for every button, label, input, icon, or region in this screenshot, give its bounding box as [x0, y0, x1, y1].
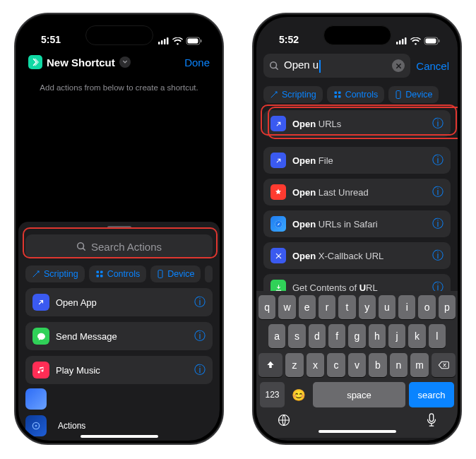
result-open-file[interactable]: Open File ⓘ [263, 147, 451, 174]
result-open-last-unread[interactable]: Open Last Unread ⓘ [263, 179, 451, 205]
music-icon [32, 362, 49, 378]
space-key[interactable]: space [313, 382, 405, 407]
svg-rect-6 [201, 40, 202, 42]
info-icon[interactable]: ⓘ [432, 153, 444, 168]
home-indicator[interactable] [319, 430, 396, 433]
chip-scripting[interactable]: Scripting [263, 86, 323, 103]
result-open-urls[interactable]: Open URLs ⓘ [263, 110, 451, 137]
key-a[interactable]: a [268, 324, 285, 348]
nav-bar: New Shortcut Done [18, 48, 220, 76]
app-tile-1[interactable] [25, 388, 47, 410]
globe-key[interactable] [277, 413, 291, 427]
svg-rect-26 [334, 92, 337, 95]
key-c[interactable]: c [327, 353, 345, 377]
wand-icon [270, 90, 278, 99]
shift-key[interactable] [258, 353, 282, 377]
cellular-icon [396, 37, 407, 44]
controls-icon [95, 270, 104, 278]
chip-controls[interactable]: Controls [89, 266, 147, 282]
key-i[interactable]: i [398, 295, 415, 319]
info-icon[interactable]: ⓘ [194, 329, 206, 344]
info-icon[interactable]: ⓘ [194, 363, 206, 378]
key-x[interactable]: x [307, 353, 325, 377]
emoji-key[interactable]: 😊 [288, 382, 309, 407]
info-icon[interactable]: ⓘ [194, 295, 206, 310]
key-e[interactable]: e [299, 295, 316, 319]
category-chips: Scripting Controls Device [18, 258, 220, 288]
info-icon[interactable]: ⓘ [432, 249, 444, 263]
search-icon [76, 242, 86, 251]
action-send-message[interactable]: Send Message ⓘ [25, 322, 213, 350]
search-value: Open u [284, 59, 319, 71]
svg-rect-17 [396, 42, 398, 44]
cancel-button[interactable]: Cancel [416, 60, 449, 72]
key-r[interactable]: r [319, 295, 335, 319]
svg-point-16 [35, 425, 37, 427]
controls-icon [333, 90, 342, 99]
open-app-icon [32, 294, 49, 311]
key-d[interactable]: d [309, 324, 326, 348]
svg-rect-11 [96, 275, 99, 278]
info-icon[interactable]: ⓘ [432, 117, 444, 131]
chip-device[interactable]: Device [150, 266, 201, 282]
dictation-key[interactable] [426, 413, 437, 427]
backspace-key[interactable] [432, 353, 456, 377]
x-callback-icon [270, 248, 286, 263]
action-open-app[interactable]: Open App ⓘ [25, 288, 213, 316]
key-n[interactable]: n [390, 353, 408, 377]
key-p[interactable]: p [439, 295, 456, 319]
chip-scripting[interactable]: Scripting [25, 266, 85, 282]
key-q[interactable]: q [258, 295, 275, 319]
key-y[interactable]: y [359, 295, 376, 319]
key-j[interactable]: j [388, 324, 405, 348]
numbers-key[interactable]: 123 [260, 382, 285, 407]
key-v[interactable]: v [348, 353, 367, 377]
key-b[interactable]: b [369, 353, 387, 377]
key-h[interactable]: h [369, 324, 386, 348]
empty-state-hint: Add actions from below to create a short… [18, 76, 220, 92]
svg-rect-33 [429, 414, 433, 422]
svg-rect-5 [188, 39, 198, 44]
key-f[interactable]: f [328, 324, 345, 348]
search-input[interactable]: Open u [263, 54, 410, 78]
wifi-icon [172, 37, 183, 45]
sheet-grabber[interactable] [107, 226, 131, 229]
info-icon[interactable]: ⓘ [432, 217, 444, 232]
info-icon[interactable]: ⓘ [432, 185, 444, 200]
result-open-urls-safari[interactable]: Open URLs in Safari ⓘ [263, 210, 451, 237]
key-t[interactable]: t [338, 295, 355, 319]
clock: 5:51 [41, 34, 61, 45]
key-z[interactable]: z [285, 353, 304, 377]
done-button[interactable]: Done [184, 56, 210, 68]
key-g[interactable]: g [348, 324, 365, 348]
clear-search-button[interactable] [392, 59, 405, 72]
key-w[interactable]: w [278, 295, 295, 319]
key-l[interactable]: l [429, 324, 446, 348]
svg-rect-0 [158, 42, 160, 44]
device-icon [157, 270, 164, 278]
search-placeholder: Search Actions [91, 241, 162, 253]
home-indicator[interactable] [81, 435, 158, 438]
phone-left: 5:51 New Shortcut Done [14, 13, 224, 445]
action-play-music[interactable]: Play Music ⓘ [25, 356, 213, 384]
key-o[interactable]: o [418, 295, 435, 319]
svg-rect-29 [338, 95, 341, 98]
chip-more[interactable] [205, 266, 213, 282]
page-title: New Shortcut [47, 56, 115, 68]
key-u[interactable]: u [379, 295, 395, 319]
key-k[interactable]: k [408, 324, 425, 348]
result-x-callback[interactable]: Open X-Callback URL ⓘ [263, 242, 451, 269]
key-s[interactable]: s [288, 324, 305, 348]
chip-device[interactable]: Device [388, 86, 439, 103]
svg-rect-18 [399, 40, 401, 44]
keyboard: qwertyuiop asdfghjkl zxcvbnm 123 😊 space… [256, 291, 458, 438]
title-menu-button[interactable] [119, 56, 131, 68]
wand-icon [32, 270, 40, 278]
chip-controls[interactable]: Controls [327, 86, 385, 103]
key-m[interactable]: m [410, 353, 429, 377]
safari-icon [270, 216, 286, 232]
wifi-icon [410, 37, 421, 45]
search-key[interactable]: search [409, 382, 454, 407]
search-actions-field[interactable]: Search Actions [25, 234, 213, 258]
svg-rect-20 [405, 37, 407, 44]
